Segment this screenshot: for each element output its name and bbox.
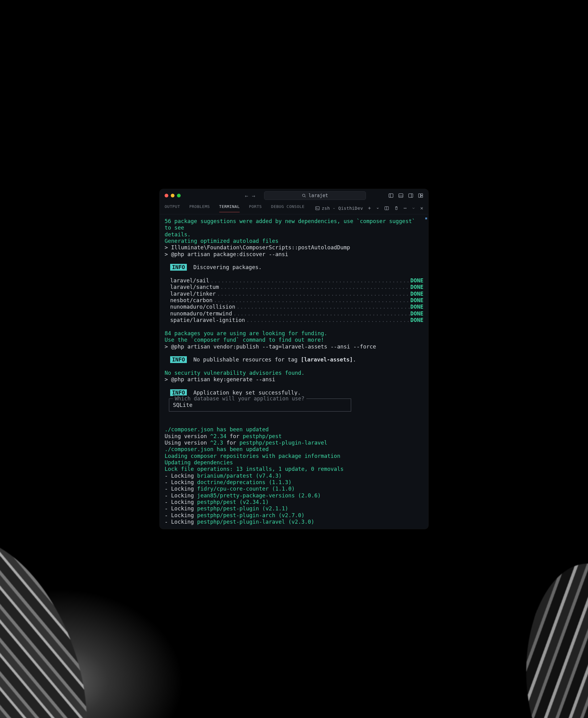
- lock-version: (v2.3.0): [288, 519, 314, 525]
- tab-output[interactable]: OUTPUT: [165, 204, 180, 212]
- command-search[interactable]: larajet: [264, 191, 366, 200]
- package-row: laravel/sail............................…: [165, 278, 423, 284]
- search-icon: [302, 193, 306, 198]
- lock-package: brianium/paratest: [197, 473, 252, 479]
- lock-package: doctrine/deprecations: [197, 479, 265, 485]
- lock-version: (1.1.3): [269, 479, 292, 485]
- output-line: Lock file operations: 13 installs, 1 upd…: [165, 466, 423, 472]
- nav-forward-icon[interactable]: →: [252, 192, 255, 199]
- tab-debug-console[interactable]: DEBUG CONSOLE: [271, 204, 304, 212]
- output-line: > @php artisan key:generate --ansi: [165, 376, 423, 383]
- package-name: nunomaduro/termwind: [170, 310, 232, 317]
- package-name: laravel/sail: [170, 278, 209, 284]
- lock-row: - Locking pestphp/pest-plugin-laravel (v…: [165, 519, 423, 525]
- blank-line: [165, 363, 423, 370]
- chevron-down-icon[interactable]: [412, 206, 415, 210]
- dots: ........................................…: [212, 297, 411, 304]
- prompt-answer: SQLite: [173, 402, 347, 408]
- toggle-primary-sidebar-icon[interactable]: [388, 193, 394, 198]
- info-badge: INFO: [170, 389, 187, 396]
- output-line: Updating dependencies: [165, 459, 423, 466]
- svg-point-0: [302, 194, 305, 197]
- lock-row: - Locking pestphp/pest-plugin-arch (v2.7…: [165, 512, 423, 519]
- output-line: Using version ^2.3 for pestphp/pest-plug…: [165, 439, 423, 446]
- output-line: ./composer.json has been updated: [165, 446, 423, 453]
- lock-row: - Locking pestphp/pest-plugin (v2.1.1): [165, 506, 423, 512]
- customize-layout-icon[interactable]: [418, 193, 423, 198]
- done-label: DONE: [411, 278, 423, 284]
- toggle-secondary-sidebar-icon[interactable]: [408, 193, 414, 198]
- svg-line-1: [305, 197, 306, 198]
- scroll-marker: [425, 218, 427, 219]
- split-terminal-icon[interactable]: [384, 206, 389, 211]
- close-window-button[interactable]: [165, 194, 168, 198]
- lock-row: - Locking brianium/paratest (v7.4.3): [165, 473, 423, 479]
- kill-terminal-icon[interactable]: [394, 206, 399, 210]
- package-name: laravel/sanctum: [170, 284, 219, 290]
- maximize-window-button[interactable]: [177, 194, 181, 198]
- dots: ........................................…: [209, 278, 410, 284]
- dots: ........................................…: [216, 291, 411, 297]
- output-line: Using version ^2.34 for pestphp/pest: [165, 433, 423, 439]
- close-panel-icon[interactable]: ✕: [420, 205, 423, 211]
- output-line: > Illuminate\Foundation\ComposerScripts:…: [165, 244, 423, 251]
- dots: ........................................…: [232, 310, 411, 317]
- package-row: spatie/laravel-ignition.................…: [165, 317, 423, 324]
- dots: ........................................…: [219, 284, 411, 290]
- svg-rect-8: [418, 194, 420, 198]
- output-line: > @php artisan vendor:publish --tag=lara…: [165, 344, 423, 350]
- blank-line: [165, 420, 423, 426]
- info-line: INFO Application key set successfully.: [165, 390, 423, 396]
- output-line: ./composer.json has been updated: [165, 426, 423, 433]
- done-label: DONE: [411, 317, 423, 324]
- layout-icons: [388, 193, 423, 198]
- svg-rect-10: [421, 196, 423, 198]
- new-terminal-icon[interactable]: +: [368, 205, 371, 211]
- more-actions-icon[interactable]: ⋯: [404, 205, 407, 211]
- tab-problems[interactable]: PROBLEMS: [189, 204, 210, 212]
- lock-row: - Locking pestphp/pest (v2.34.1): [165, 499, 423, 506]
- output-line: Use the `composer fund` command to find …: [165, 337, 423, 343]
- panel-tabs: OUTPUT PROBLEMS TERMINAL PORTS DEBUG CON…: [160, 202, 428, 214]
- blank-line: [165, 383, 423, 390]
- toggle-panel-icon[interactable]: [398, 193, 404, 198]
- panel-actions: zsh - QisthiDev + ⋯ ✕: [315, 205, 423, 211]
- lock-package: pestphp/pest-plugin: [197, 506, 259, 512]
- terminal-output[interactable]: 56 package suggestions were added by new…: [160, 214, 428, 529]
- output-line: Generating optimized autoload files: [165, 238, 423, 244]
- output-line: No security vulnerability advisories fou…: [165, 370, 423, 376]
- done-label: DONE: [411, 304, 423, 310]
- minimize-window-button[interactable]: [171, 194, 174, 198]
- lock-version: (v7.4.3): [256, 473, 282, 479]
- nav-back-icon[interactable]: ←: [245, 192, 248, 199]
- dots: ........................................…: [245, 317, 411, 324]
- terminal-icon: [315, 206, 320, 211]
- terminal-shell-label[interactable]: zsh - QisthiDev: [315, 206, 363, 211]
- lock-version: (v2.34.1): [239, 499, 269, 505]
- tab-terminal[interactable]: TERMINAL: [219, 204, 240, 212]
- svg-rect-11: [316, 206, 319, 210]
- blank-line: [165, 350, 423, 356]
- svg-rect-2: [389, 194, 393, 198]
- lock-version: (v2.7.0): [278, 512, 304, 518]
- package-name: nunomaduro/collision: [170, 304, 235, 310]
- output-line: Loading composer repositories with packa…: [165, 453, 423, 459]
- lock-package: fidry/cpu-core-counter: [197, 486, 269, 492]
- dots: ........................................…: [235, 304, 411, 310]
- search-text: larajet: [309, 193, 328, 198]
- info-line: INFO No publishable resources for tag [l…: [165, 356, 423, 363]
- done-label: DONE: [411, 284, 423, 290]
- svg-rect-4: [399, 194, 403, 198]
- info-line: INFO Discovering packages.: [165, 264, 423, 271]
- titlebar: ← → larajet: [160, 189, 428, 202]
- editor-window: ← → larajet OUTPUT PROBLEMS TERMINAL POR…: [160, 189, 428, 529]
- database-prompt[interactable]: Which database will your application use…: [169, 398, 351, 411]
- tab-ports[interactable]: PORTS: [249, 204, 262, 212]
- done-label: DONE: [411, 297, 423, 304]
- package-row: laravel/tinker..........................…: [165, 291, 423, 297]
- done-label: DONE: [411, 291, 423, 297]
- lock-version: (1.1.0): [272, 486, 295, 492]
- terminal-dropdown-icon[interactable]: [376, 207, 379, 210]
- window-controls: [165, 194, 181, 198]
- prompt-question: Which database will your application use…: [173, 395, 306, 402]
